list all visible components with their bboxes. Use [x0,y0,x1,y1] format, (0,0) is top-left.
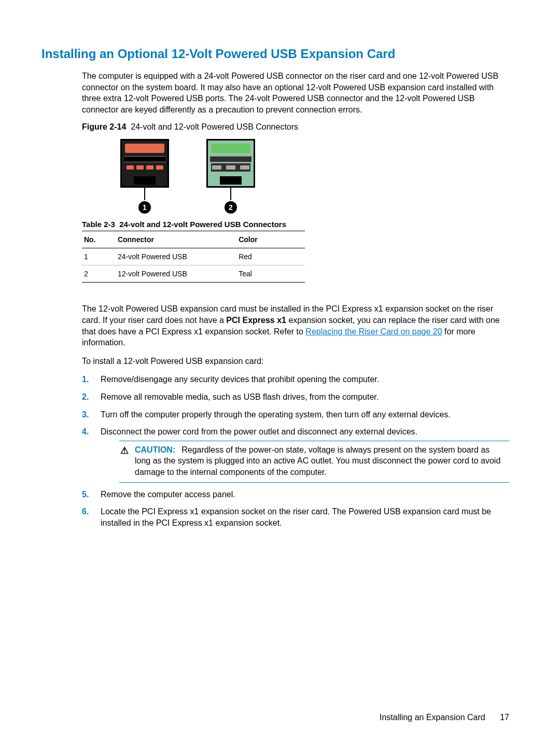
page-footer: Installing an Expansion Card 17 [380,713,509,722]
usb-connector-12v-icon [206,139,255,188]
content-block: The computer is equipped with a 24-volt … [82,71,509,528]
th-connector: Connector [116,231,236,248]
table-header-row: No. Connector Color [82,231,305,248]
figure-caption: Figure 2-14 24-volt and 12-volt Powered … [82,122,509,132]
step-item: Remove/disengage any security devices th… [82,374,509,385]
table-caption-text: 24-volt and 12-volt Powered USB Connecto… [119,220,286,229]
step-text: Disconnect the power cord from the power… [101,427,417,436]
td-connector: 24-volt Powered USB [116,248,236,265]
td-no: 1 [82,248,116,265]
bold-text: PCI Express x1 [226,316,286,325]
connector-table: No. Connector Color 1 24-volt Powered US… [82,231,305,283]
step-item: Remove the computer access panel. [82,489,509,500]
th-no: No. [82,231,116,248]
footer-section: Installing an Expansion Card [380,713,485,722]
figure-number: Figure 2-14 [82,122,126,131]
footer-page-number: 17 [500,713,509,722]
td-no: 2 [82,265,116,283]
step-item: Remove all removable media, such as USB … [82,391,509,403]
step-item: Locate the PCI Express x1 expansion sock… [82,506,509,528]
step-item: Turn off the computer properly through t… [82,409,509,420]
th-color: Color [236,231,305,248]
td-color: Teal [236,265,305,283]
callout-badge-2: 2 [225,201,237,214]
table-row: 1 24-volt Powered USB Red [82,248,305,265]
caution-box: ⚠ CAUTION:Regardless of the power-on sta… [119,441,509,483]
caution-label: CAUTION: [135,445,175,454]
usb-connector-24v-icon [120,139,169,188]
figure-caption-text: 24-volt and 12-volt Powered USB Connecto… [131,122,298,131]
callout-line-icon [230,187,231,200]
callout-badge-1: 1 [138,201,151,214]
step-item: Disconnect the power cord from the power… [82,426,509,482]
td-color: Red [236,248,305,265]
caution-text: Regardless of the power-on state, voltag… [135,445,500,476]
install-lead-in: To install a 12-volt Powered USB expansi… [82,356,509,367]
td-connector: 12-volt Powered USB [116,265,236,283]
install-steps: Remove/disengage any security devices th… [82,374,509,528]
connector-figure-red: 1 [120,139,169,214]
riser-card-link[interactable]: Replacing the Riser Card on page 20 [305,327,442,336]
document-page: Installing an Optional 12-Volt Powered U… [0,0,560,745]
page-heading: Installing an Optional 12-Volt Powered U… [41,47,509,61]
intro-paragraph: The computer is equipped with a 24-volt … [82,71,509,115]
figure-illustration: 1 2 [120,139,509,214]
table-number: Table 2-3 [82,220,115,229]
callout-line-icon [144,187,145,200]
connector-figure-teal: 2 [206,139,255,214]
table-caption: Table 2-3 24-volt and 12-volt Powered US… [82,220,509,229]
table-row: 2 12-volt Powered USB Teal [82,265,305,283]
pci-paragraph: The 12-volt Powered USB expansion card m… [82,303,509,348]
caution-icon: ⚠ [120,444,129,457]
